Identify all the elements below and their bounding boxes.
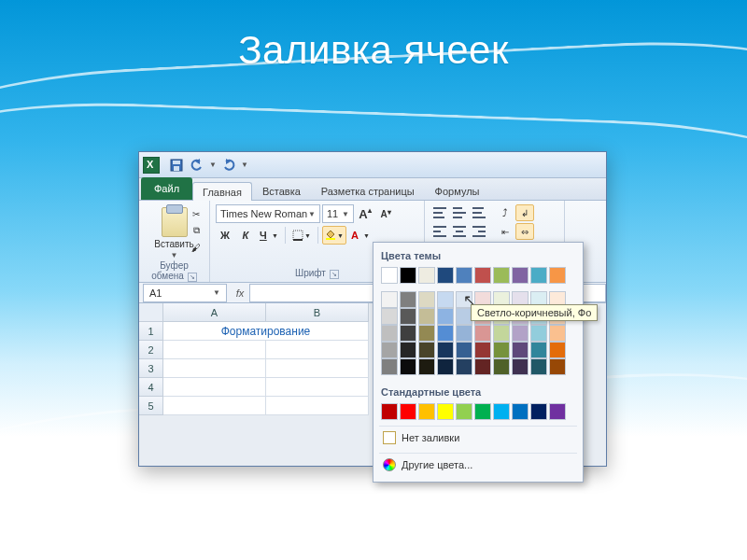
color-swatch[interactable] [474,267,491,284]
column-header-a[interactable]: A [163,303,266,322]
color-swatch[interactable] [549,403,566,420]
tab-formulas[interactable]: Формулы [425,181,490,200]
color-swatch[interactable] [456,342,472,358]
align-left-button[interactable] [430,223,449,240]
color-swatch[interactable] [400,342,416,358]
color-swatch[interactable] [530,267,547,284]
cell[interactable] [266,359,369,378]
color-swatch[interactable] [530,358,547,375]
color-swatch[interactable] [418,403,435,420]
color-swatch[interactable] [418,342,435,358]
color-swatch[interactable] [437,325,454,342]
align-bottom-button[interactable] [470,204,488,221]
fx-icon[interactable]: fx [231,287,249,299]
borders-button[interactable]: ▼ [289,226,314,245]
color-swatch[interactable] [381,308,398,325]
cell[interactable] [163,341,266,359]
copy-button[interactable]: ⧉ [188,223,204,238]
color-swatch[interactable] [400,358,416,375]
cell[interactable] [163,397,266,415]
color-swatch[interactable] [437,403,454,420]
file-tab[interactable]: Файл [141,177,192,200]
shrink-font-button[interactable]: A▾ [376,204,395,223]
select-all-corner[interactable] [139,303,163,322]
italic-button[interactable]: К [236,226,255,245]
color-swatch[interactable] [400,267,416,284]
color-swatch[interactable] [418,267,435,284]
row-header-4[interactable]: 4 [139,378,163,397]
color-swatch[interactable] [530,403,547,420]
row-header-5[interactable]: 5 [139,397,163,415]
color-swatch[interactable] [437,342,454,358]
color-swatch[interactable] [493,358,510,375]
color-swatch[interactable] [512,267,529,284]
decrease-indent-button[interactable]: ⇤ [496,223,514,240]
color-swatch[interactable] [512,403,529,420]
grow-font-button[interactable]: A▴ [356,204,374,223]
bold-button[interactable]: Ж [216,226,234,245]
color-swatch[interactable] [456,325,472,342]
color-swatch[interactable] [456,267,472,284]
color-swatch[interactable] [474,358,491,375]
color-swatch[interactable] [400,291,416,308]
undo-button[interactable] [188,156,206,175]
align-center-button[interactable] [450,223,469,240]
color-swatch[interactable] [530,342,547,358]
cell[interactable] [163,378,266,397]
tab-home[interactable]: Главная [192,182,252,201]
color-swatch[interactable] [381,325,398,342]
cell[interactable] [266,397,369,415]
color-swatch[interactable] [512,358,529,375]
row-header-2[interactable]: 2 [139,341,163,359]
color-swatch[interactable] [381,342,398,358]
format-painter-button[interactable]: 🖌 [188,240,204,255]
color-swatch[interactable] [437,308,454,325]
font-color-button[interactable]: A▼ [348,226,373,245]
color-swatch[interactable] [456,358,472,375]
no-fill-option[interactable]: Нет заливки [379,426,577,449]
color-swatch[interactable] [474,325,491,342]
color-swatch[interactable] [493,325,510,342]
color-swatch[interactable] [437,358,454,375]
align-top-button[interactable] [430,204,449,221]
tab-page-layout[interactable]: Разметка страницы [311,181,425,200]
redo-button[interactable] [219,156,238,175]
cell-a1[interactable]: Форматирование [163,322,369,341]
color-swatch[interactable] [493,403,510,420]
color-swatch[interactable] [400,403,416,420]
align-middle-button[interactable] [450,204,469,221]
color-swatch[interactable] [549,358,566,375]
color-swatch[interactable] [381,358,398,375]
cell[interactable] [266,378,369,397]
font-name-combo[interactable]: Times New Roman▼ [216,204,320,223]
font-size-combo[interactable]: 11▼ [322,204,354,223]
color-swatch[interactable] [437,267,454,284]
underline-button[interactable]: Ч▼ [257,226,281,245]
font-launcher[interactable]: ↘ [330,270,339,279]
color-swatch[interactable] [400,308,416,325]
color-swatch[interactable] [418,358,435,375]
color-swatch[interactable] [549,325,566,342]
color-swatch[interactable] [418,325,435,342]
color-swatch[interactable] [493,267,510,284]
merge-center-button[interactable]: ⇔ [515,223,534,240]
color-swatch[interactable] [381,267,398,284]
color-swatch[interactable] [418,308,435,325]
color-swatch[interactable] [381,403,398,420]
color-swatch[interactable] [456,403,472,420]
row-header-3[interactable]: 3 [139,359,163,378]
name-box[interactable]: A1 ▼ [143,284,227,302]
color-swatch[interactable] [512,325,529,342]
color-swatch[interactable] [549,267,566,284]
cut-button[interactable]: ✂ [188,206,204,221]
cell[interactable] [266,341,369,359]
tab-insert[interactable]: Вставка [252,181,311,200]
save-button[interactable] [167,156,186,175]
cell[interactable] [163,359,266,378]
color-swatch[interactable] [474,403,491,420]
fill-color-button[interactable]: ▼ [322,226,346,245]
undo-dropdown[interactable]: ▼ [208,156,218,175]
color-swatch[interactable] [493,342,510,358]
color-swatch[interactable] [549,342,566,358]
align-right-button[interactable] [470,223,488,240]
